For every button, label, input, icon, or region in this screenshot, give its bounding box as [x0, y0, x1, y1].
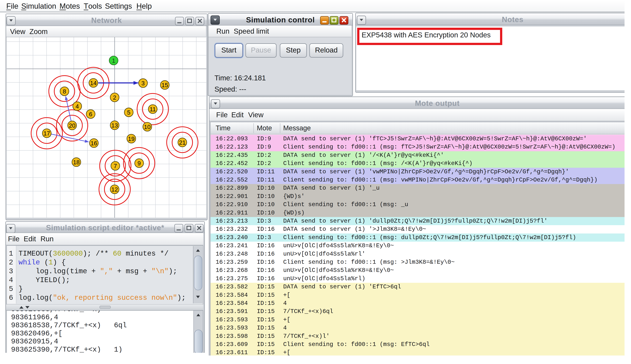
- svg-text:11: 11: [150, 106, 156, 112]
- svg-text:21: 21: [179, 139, 186, 146]
- svg-text:8: 8: [63, 88, 66, 95]
- svg-text:3: 3: [141, 80, 145, 86]
- svg-text:14: 14: [90, 80, 97, 86]
- svg-text:9: 9: [137, 160, 141, 166]
- svg-text:20: 20: [69, 122, 76, 129]
- svg-text:18: 18: [73, 159, 80, 166]
- svg-text:6: 6: [89, 111, 92, 118]
- svg-text:13: 13: [111, 122, 118, 129]
- svg-text:16: 16: [91, 140, 97, 146]
- svg-text:17: 17: [44, 130, 50, 137]
- svg-text:4: 4: [76, 103, 79, 110]
- svg-text:5: 5: [127, 109, 130, 116]
- svg-text:1: 1: [112, 57, 115, 64]
- svg-text:7: 7: [114, 163, 117, 169]
- svg-text:12: 12: [111, 186, 118, 193]
- svg-text:2: 2: [113, 94, 116, 101]
- svg-text:10: 10: [144, 124, 151, 130]
- svg-text:15: 15: [162, 82, 168, 88]
- svg-text:19: 19: [128, 136, 135, 142]
